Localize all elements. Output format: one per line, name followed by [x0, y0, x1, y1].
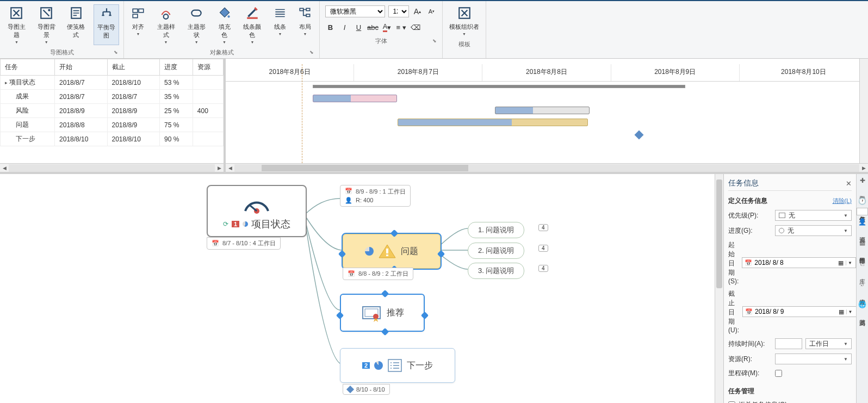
warning-icon — [378, 243, 396, 259]
start-date-label: 起始日期(S): — [728, 240, 739, 285]
dialog-launcher-icon[interactable]: ⬊ — [114, 49, 118, 55]
gantt-bar[interactable] — [313, 95, 397, 102]
svg-point-20 — [373, 314, 379, 319]
count-badge[interactable]: 4 — [538, 224, 548, 231]
search-icon[interactable]: ⌕ — [858, 280, 867, 288]
map-bground-button[interactable]: 导图背景▼ — [34, 4, 59, 45]
topic-title: 推荐 — [387, 307, 404, 319]
gantt-bar[interactable] — [495, 107, 590, 114]
mindmap-canvas[interactable]: ⟳ 1 项目状态 📅8/7 - 8/10 : 4 工作日 📅8/9 - 8/9 … — [0, 174, 723, 403]
balance-map-button[interactable]: 平衡导图 — [94, 4, 119, 45]
topic-shape-button[interactable]: 主题形状▼ — [184, 4, 209, 45]
sub-topic[interactable]: 3. 问题说明 — [468, 263, 524, 279]
central-topic[interactable]: ⟳ 1 项目状态 — [207, 185, 307, 237]
parts-icon[interactable]: ▦ — [858, 238, 867, 247]
col-start[interactable]: 开始 — [55, 59, 107, 76]
bold-button[interactable]: B — [325, 22, 336, 33]
clear-format-button[interactable]: ⌫ — [410, 22, 421, 33]
topic-style-button[interactable]: 主题样式▼ — [153, 4, 178, 45]
tab-library[interactable]: 库 — [857, 270, 868, 277]
table-row[interactable]: 成果2018/8/72018/8/735 % — [1, 90, 224, 104]
font-color-button[interactable]: A ▾ — [382, 22, 393, 33]
gantt-date: 2018年8月6日 — [226, 64, 354, 81]
shrink-font-button[interactable]: A▾ — [426, 6, 437, 17]
topic-title: 问题 — [401, 246, 418, 257]
gantt-summary-bar[interactable] — [313, 85, 685, 88]
globe-icon[interactable]: 🌐 — [858, 300, 867, 309]
tab-browser[interactable]: 浏览器 — [857, 311, 868, 319]
count-badge[interactable]: 4 — [538, 245, 548, 252]
italic-button[interactable]: I — [339, 22, 350, 33]
gantt-bar[interactable] — [398, 119, 588, 126]
gantt-scroll-h[interactable]: ◀▶ — [226, 163, 868, 172]
tab-index[interactable]: 索引 — [857, 187, 868, 195]
calendar-picker-icon[interactable]: ▦ — [838, 259, 844, 266]
align-text-button[interactable]: ≡ ▾ — [396, 22, 407, 33]
circle-icon — [779, 228, 784, 233]
sub-topic[interactable]: 1. 问题说明 — [468, 222, 524, 238]
person-icon[interactable]: 👤 — [858, 218, 867, 226]
align-button[interactable]: 对齐▼ — [128, 4, 148, 45]
col-progress[interactable]: 进度 — [159, 59, 193, 76]
table-row[interactable]: 下一步2018/8/102018/8/1090 % — [1, 132, 224, 146]
duration-unit-select[interactable]: 工作日▼ — [805, 338, 852, 349]
clear-link[interactable]: 清除(L) — [833, 197, 852, 205]
recommend-topic[interactable]: 推荐 — [340, 294, 425, 332]
canvas-scroll-v[interactable] — [715, 174, 723, 403]
col-resource[interactable]: 资源 — [193, 59, 223, 76]
line-button[interactable]: 线条▼ — [270, 4, 290, 45]
tab-task-info[interactable]: 任务信息 — [857, 208, 868, 215]
ribbon: 导图主题▼ 导图背景▼ 便笺格式 平衡导图 导图格式⬊ 对齐▼ 主题样式▼ 主题… — [0, 0, 868, 59]
end-date-label: 截止日期(U): — [728, 289, 739, 334]
dialog-launcher-icon[interactable]: ⬊ — [432, 38, 437, 44]
task-grid: 任务 开始 截止 进度 资源 项目状态2018/8/72018/8/1053 %… — [0, 59, 226, 172]
gantt-scroll-v[interactable] — [859, 59, 868, 163]
dialog-launcher-icon[interactable]: ⬊ — [309, 49, 314, 55]
count-badge[interactable]: 4 — [538, 265, 548, 272]
layout-button[interactable]: 布局▼ — [295, 4, 315, 45]
duration-input[interactable] — [775, 338, 802, 349]
progress-select[interactable]: 无▼ — [775, 225, 852, 236]
line-icon — [272, 5, 288, 21]
strike-button[interactable]: abc — [368, 22, 379, 33]
grow-font-button[interactable]: A▴ — [412, 6, 423, 17]
issue-topic[interactable]: 问题 — [343, 234, 441, 269]
col-task[interactable]: 任务 — [1, 59, 55, 76]
gantt-milestone[interactable] — [635, 131, 644, 140]
map-theme-button[interactable]: 导图主题▼ — [4, 4, 29, 45]
resource-select[interactable]: ▼ — [775, 354, 852, 364]
table-row[interactable]: 风险2018/8/92018/8/925 %400 — [1, 104, 224, 118]
list-icon — [387, 358, 402, 373]
priority-select[interactable]: 无▼ — [775, 210, 852, 221]
linecolor-icon — [245, 5, 260, 21]
template-organizer-button[interactable]: 模板组织者▼ — [447, 4, 481, 37]
balance-icon — [99, 6, 114, 21]
underline-button[interactable]: U — [354, 22, 364, 33]
copy-icon[interactable]: ⎘ — [858, 259, 867, 268]
clock-icon[interactable]: 🕐 — [858, 197, 867, 206]
col-end[interactable]: 截止 — [107, 59, 159, 76]
close-icon[interactable]: ✕ — [846, 179, 852, 188]
font-family-select[interactable]: 微软雅黑 — [325, 5, 385, 17]
next-topic[interactable]: 2 下一步 — [340, 348, 455, 383]
tab-resources[interactable]: 资源 — [857, 228, 868, 236]
font-size-select[interactable]: 12 — [388, 5, 409, 17]
tab-components[interactable]: 导图组件 — [857, 249, 868, 257]
line-color-button[interactable]: 线条颜色▼ — [240, 4, 265, 45]
table-row[interactable]: 项目状态2018/8/72018/8/1053 % — [1, 76, 224, 90]
start-date-input[interactable]: 📅▦▼ — [742, 257, 856, 268]
group-label: 模板 — [458, 41, 470, 47]
milestone-checkbox[interactable] — [775, 370, 782, 377]
sub-topic[interactable]: 2. 问题说明 — [468, 243, 524, 259]
calendar-picker-icon[interactable]: ▦ — [839, 308, 844, 315]
table-row[interactable]: 问题2018/8/82018/8/975 % — [1, 118, 224, 132]
add-icon[interactable]: ✚ — [858, 176, 867, 185]
svg-rect-8 — [192, 10, 201, 16]
end-date-input[interactable]: 📅▦▼ — [742, 306, 857, 317]
align-icon — [131, 5, 146, 21]
fill-color-button[interactable]: 填充色▼ — [214, 4, 234, 45]
calendar-icon: 📅 — [745, 308, 753, 315]
tab-search[interactable]: 搜索 — [857, 290, 868, 298]
grid-scroll-h[interactable]: ◀▶ — [0, 163, 224, 172]
notes-format-button[interactable]: 便笺格式 — [64, 4, 89, 45]
